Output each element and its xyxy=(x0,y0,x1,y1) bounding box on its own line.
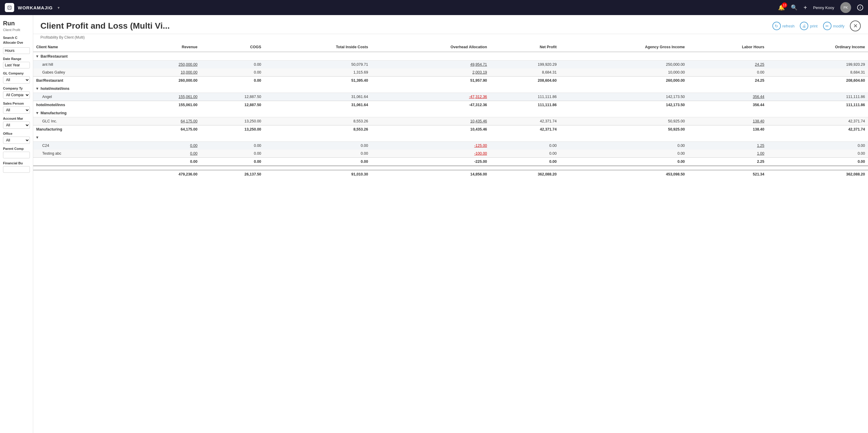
labor-link[interactable]: 24.25 xyxy=(755,62,764,67)
refresh-label: refresh xyxy=(782,24,795,28)
revenue-cell[interactable]: 0.00 xyxy=(131,150,200,158)
revenue-cell[interactable]: 10,000.00 xyxy=(131,68,200,76)
refresh-button[interactable]: ↻ refresh xyxy=(772,22,795,30)
agency-gross-cell: 10,000.00 xyxy=(560,68,688,76)
companytype-select[interactable]: All Compan xyxy=(3,91,30,99)
subtotal-cogs-cell: 12,887.50 xyxy=(200,101,264,109)
subtotal-revenue-cell: 260,000.00 xyxy=(131,76,200,85)
parentcomp-label: Parent Comp xyxy=(3,147,30,151)
financialbu-group: Financial Bu xyxy=(3,161,30,173)
col-agency-gross-income: Agency Gross Income xyxy=(560,42,688,52)
revenue-cell[interactable]: 0.00 xyxy=(131,142,200,150)
parentcomp-group: Parent Comp xyxy=(3,147,30,158)
group-header-row: ▾ Manufacturing xyxy=(33,109,868,117)
labor-hours-cell[interactable]: 356.44 xyxy=(688,93,768,101)
total-agency-gross-cell: 453,098.50 xyxy=(560,170,688,178)
labor-link[interactable]: 1.00 xyxy=(757,151,764,156)
overhead-cell[interactable]: 49,954.71 xyxy=(371,61,490,69)
report-table: Client Name Revenue COGS Total Inside Co… xyxy=(33,42,868,178)
revenue-cell[interactable]: 155,061.00 xyxy=(131,93,200,101)
refresh-icon: ↻ xyxy=(772,22,781,30)
inside-costs-cell: 50,079.71 xyxy=(264,61,371,69)
overhead-link[interactable]: -125.00 xyxy=(474,144,487,148)
app-chevron[interactable]: ▾ xyxy=(58,5,60,10)
revenue-cell[interactable]: 250,000.00 xyxy=(131,61,200,69)
parentcomp-input[interactable] xyxy=(3,152,30,158)
col-total-inside-costs: Total Inside Costs xyxy=(264,42,371,52)
overhead-cell[interactable]: -47,312.36 xyxy=(371,93,490,101)
separator-row xyxy=(33,166,868,170)
revenue-link[interactable]: 64,175.00 xyxy=(181,119,197,123)
salesperson-select[interactable]: All xyxy=(3,106,30,114)
office-select[interactable]: All xyxy=(3,136,30,144)
labor-hours-cell[interactable]: 0.00 xyxy=(688,68,768,76)
revenue-link[interactable]: 0.00 xyxy=(190,151,197,156)
collapse-icon[interactable]: ▾ xyxy=(36,86,38,91)
overhead-link[interactable]: 49,954.71 xyxy=(470,62,487,67)
daterange-group: Date Range Last Year xyxy=(3,57,30,68)
overhead-cell[interactable]: -125.00 xyxy=(371,142,490,150)
subtotal-net-profit-cell: 208,604.60 xyxy=(490,76,560,85)
collapse-icon[interactable]: ▾ xyxy=(36,135,38,140)
labor-link[interactable]: 356.44 xyxy=(753,95,764,99)
overhead-cell[interactable]: 10,435.46 xyxy=(371,117,490,125)
total-overhead-cell: 14,856.00 xyxy=(371,170,490,178)
labor-link[interactable]: 138.40 xyxy=(753,119,764,123)
labor-hours-cell[interactable]: 24.25 xyxy=(688,61,768,69)
overhead-cell[interactable]: -100.00 xyxy=(371,150,490,158)
net-profit-cell: 42,371.74 xyxy=(490,117,560,125)
subtotal-name-cell: Manufacturing xyxy=(33,125,131,133)
client-name-cell: C24 xyxy=(33,142,131,150)
subtotal-row: hotel/motel/inns 155,061.00 12,887.50 31… xyxy=(33,101,868,109)
revenue-link[interactable]: 10,000.00 xyxy=(181,70,197,74)
overhead-cell[interactable]: 2,003.19 xyxy=(371,68,490,76)
close-button[interactable]: ✕ xyxy=(850,21,861,31)
overhead-link[interactable]: -47,312.36 xyxy=(469,95,487,99)
total-revenue-cell: 479,236.00 xyxy=(131,170,200,178)
info-icon[interactable]: i xyxy=(857,4,863,10)
glcompany-select[interactable]: All xyxy=(3,76,30,84)
modify-button[interactable]: ✏ modify xyxy=(823,22,844,30)
print-button[interactable]: 🖨 print xyxy=(800,22,817,30)
ordinary-income-cell: 8,684.31 xyxy=(767,68,868,76)
labor-hours-cell[interactable]: 1.25 xyxy=(688,142,768,150)
revenue-link[interactable]: 0.00 xyxy=(190,144,197,148)
subtotal-row: Manufacturing 64,175.00 13,250.00 8,553.… xyxy=(33,125,868,133)
revenue-cell[interactable]: 64,175.00 xyxy=(131,117,200,125)
agency-gross-cell: 0.00 xyxy=(560,150,688,158)
overhead-link[interactable]: -100.00 xyxy=(474,151,487,156)
separator-cell xyxy=(33,166,868,170)
total-ordinary-income-cell: 362,088.20 xyxy=(767,170,868,178)
logo[interactable]: ⊡ xyxy=(5,3,14,12)
financialbu-input[interactable] xyxy=(3,166,30,173)
collapse-icon[interactable]: ▾ xyxy=(36,111,38,115)
notification-count: 13 xyxy=(782,2,787,8)
avatar[interactable]: PK xyxy=(840,2,851,13)
subtotal-name-cell: Bar/Restaurant xyxy=(33,76,131,85)
print-label: print xyxy=(810,24,817,28)
ordinary-income-cell: 199,920.29 xyxy=(767,61,868,69)
client-name-cell: GLC Inc. xyxy=(33,117,131,125)
net-profit-cell: 0.00 xyxy=(490,142,560,150)
overhead-link[interactable]: 2,003.19 xyxy=(472,70,487,74)
revenue-link[interactable]: 155,061.00 xyxy=(179,95,197,99)
sidebar: Run Client Profit Search C Allocate Ove … xyxy=(0,15,33,433)
subtotal-revenue-cell: 155,061.00 xyxy=(131,101,200,109)
avatar-initials: PK xyxy=(843,6,848,9)
revenue-link[interactable]: 250,000.00 xyxy=(179,62,197,67)
hours-input[interactable] xyxy=(3,47,30,54)
inside-costs-cell: 1,315.69 xyxy=(264,68,371,76)
collapse-icon[interactable]: ▾ xyxy=(36,54,38,59)
date-range-button[interactable]: Last Year xyxy=(3,62,30,68)
labor-hours-cell[interactable]: 1.00 xyxy=(688,150,768,158)
notification-bell[interactable]: 🔔 13 xyxy=(778,4,785,11)
overhead-link[interactable]: 10,435.46 xyxy=(470,119,487,123)
plus-icon[interactable]: + xyxy=(803,4,807,11)
labor-hours-cell[interactable]: 138.40 xyxy=(688,117,768,125)
group-header-row: ▾ xyxy=(33,133,868,142)
accountmar-select[interactable]: All xyxy=(3,122,30,129)
search-icon[interactable]: 🔍 xyxy=(791,4,798,11)
ordinary-income-cell: 0.00 xyxy=(767,150,868,158)
modify-icon: ✏ xyxy=(823,22,832,30)
labor-link[interactable]: 1.25 xyxy=(757,144,764,148)
